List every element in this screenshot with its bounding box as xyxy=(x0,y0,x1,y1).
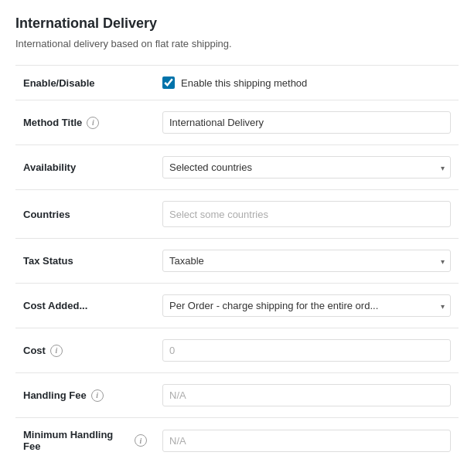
minimum-handling-fee-row: Minimum Handling Fee i xyxy=(15,418,459,464)
cost-input[interactable] xyxy=(162,339,451,362)
cost-label-cell: Cost i xyxy=(15,328,155,373)
minimum-handling-fee-input[interactable] xyxy=(162,430,451,452)
method-title-label-group: Method Title i xyxy=(23,117,147,129)
handling-fee-label: Handling Fee xyxy=(23,389,87,401)
minimum-handling-fee-label-group: Minimum Handling Fee i xyxy=(23,429,147,452)
tax-status-label: Tax Status xyxy=(15,239,155,284)
enable-shipping-label: Enable this shipping method xyxy=(181,77,307,89)
enable-disable-label: Enable/Disable xyxy=(15,66,155,100)
method-title-row: Method Title i xyxy=(15,100,459,145)
settings-form: Enable/Disable Enable this shipping meth… xyxy=(15,65,459,463)
cost-help-icon[interactable]: i xyxy=(50,345,63,357)
handling-fee-field xyxy=(155,373,459,418)
availability-select[interactable]: All countries Selected countries Exclude… xyxy=(162,156,451,178)
countries-field xyxy=(155,190,459,239)
method-title-label: Method Title xyxy=(23,117,82,128)
minimum-handling-fee-label: Minimum Handling Fee xyxy=(23,429,130,452)
settings-panel: International Delivery International del… xyxy=(0,0,474,476)
tax-status-select-wrapper: Taxable None ▾ xyxy=(162,250,451,272)
enable-shipping-checkbox[interactable] xyxy=(162,76,175,89)
cost-added-field: Per Order - charge shipping for the enti… xyxy=(155,284,459,328)
minimum-handling-fee-label-cell: Minimum Handling Fee i xyxy=(15,418,155,464)
handling-fee-label-group: Handling Fee i xyxy=(23,389,147,402)
cost-added-row: Cost Added... Per Order - charge shippin… xyxy=(15,284,459,328)
enable-disable-field: Enable this shipping method xyxy=(155,66,459,100)
minimum-handling-fee-help-icon[interactable]: i xyxy=(135,434,147,447)
tax-status-select[interactable]: Taxable None xyxy=(162,250,451,272)
cost-added-label: Cost Added... xyxy=(15,284,155,328)
handling-fee-label-cell: Handling Fee i xyxy=(15,373,155,418)
method-title-input[interactable] xyxy=(162,111,451,134)
cost-row: Cost i xyxy=(15,328,459,373)
cost-label-group: Cost i xyxy=(23,345,147,357)
method-title-help-icon[interactable]: i xyxy=(87,117,99,129)
countries-label: Countries xyxy=(15,190,155,239)
cost-field xyxy=(155,328,459,373)
enable-disable-checkbox-group: Enable this shipping method xyxy=(162,76,451,89)
countries-input[interactable] xyxy=(162,201,451,227)
minimum-handling-fee-field xyxy=(155,418,459,464)
method-title-field xyxy=(155,100,459,145)
cost-label: Cost xyxy=(23,345,46,356)
availability-row: Availability All countries Selected coun… xyxy=(15,145,459,190)
availability-label: Availability xyxy=(15,145,155,190)
method-title-label-cell: Method Title i xyxy=(15,100,155,145)
handling-fee-input[interactable] xyxy=(162,384,451,406)
handling-fee-help-icon[interactable]: i xyxy=(91,389,104,402)
cost-added-select-wrapper: Per Order - charge shipping for the enti… xyxy=(162,294,451,317)
countries-row: Countries xyxy=(15,190,459,239)
handling-fee-row: Handling Fee i xyxy=(15,373,459,418)
availability-field: All countries Selected countries Exclude… xyxy=(155,145,459,190)
enable-disable-row: Enable/Disable Enable this shipping meth… xyxy=(15,66,459,100)
page-title: International Delivery xyxy=(15,15,459,32)
availability-select-wrapper: All countries Selected countries Exclude… xyxy=(162,156,451,178)
tax-status-row: Tax Status Taxable None ▾ xyxy=(15,239,459,284)
page-subtitle: International delivery based on flat rat… xyxy=(15,38,459,49)
cost-added-select[interactable]: Per Order - charge shipping for the enti… xyxy=(162,294,451,317)
tax-status-field: Taxable None ▾ xyxy=(155,239,459,284)
